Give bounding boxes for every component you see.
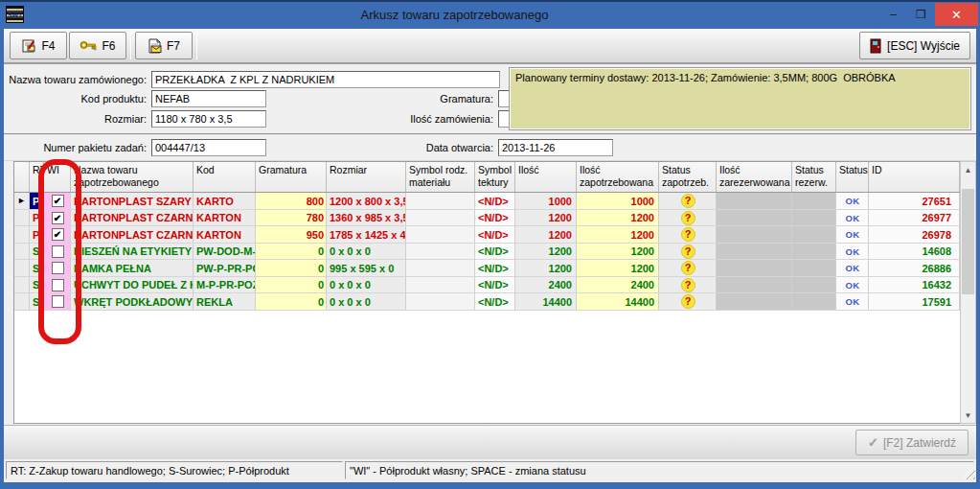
vertical-scrollbar[interactable]: ▲ ▼ (960, 161, 976, 424)
esc-exit-button[interactable]: [ESC] Wyjście (859, 32, 970, 59)
cell-ilosc-zapotrzebowana: 1200 (577, 244, 659, 260)
header-kod[interactable]: Kod (194, 162, 256, 192)
row-indicator-icon (14, 260, 30, 276)
question-status-icon: ? (681, 278, 695, 292)
cell-gramatura: 0 (256, 244, 327, 260)
table-row[interactable]: S WKRĘT PODKŁADOWY SA REKLA 0 0 x 0 x 0 … (14, 293, 960, 311)
wi-checkbox[interactable] (52, 295, 64, 308)
cell-symbol-tektury: <N/D> (475, 260, 515, 276)
cell-status-zapotrzeb: ? (659, 244, 717, 260)
cell-gramatura: 0 (256, 260, 327, 276)
cell-ilosc-zapotrzebowana: 14400 (577, 293, 659, 310)
f2-confirm-button[interactable]: ✓ [F2] Zatwierdź (855, 430, 969, 455)
minimize-button[interactable]: – (879, 4, 907, 25)
cell-nazwa: RAMKA PEŁNA (71, 260, 194, 276)
header-rozmiar[interactable]: Rozmiar (327, 162, 406, 192)
header-status[interactable]: Status (836, 162, 869, 192)
pakiet-input[interactable] (151, 139, 266, 156)
header-nazwa[interactable]: Nazwa towaru zapotrzebowanego (71, 162, 194, 192)
delivery-note: Planowany terminy dostawy: 2013-11-26; Z… (510, 68, 970, 129)
cell-symbol-rodz (406, 226, 475, 243)
cell-rozmiar: 1785 x 1425 x 4,5 (327, 226, 406, 243)
cell-ilosc-zarezerwowana (717, 193, 792, 209)
titlebar: SWT Arkusz towaru zapotrzebowanego – ❒ ✕ (0, 2, 980, 27)
question-status-icon: ? (681, 244, 695, 259)
header-gramatura[interactable]: Gramatura (256, 162, 327, 192)
table-row[interactable]: S RAMKA PEŁNA PW-P-PR-PO 0 995 x 595 x 0… (14, 260, 960, 277)
table-row[interactable]: S KIESZEŃ NA ETYKIETY A5 PW-DOD-M-P 0 0 … (14, 244, 960, 261)
f6-button[interactable]: F6 (69, 32, 126, 59)
statusbar: RT: Z-Zakup towaru handlowego; S-Surowie… (4, 460, 976, 480)
header-wi[interactable]: WI (44, 162, 71, 192)
rozmiar-input[interactable] (151, 110, 266, 128)
wi-checkbox[interactable] (52, 262, 64, 274)
cell-id: 26978 (869, 226, 960, 243)
nazwa-input[interactable] (151, 71, 500, 88)
header-rt[interactable]: RT (30, 162, 44, 192)
header-status-rezerw[interactable]: Status rezerw. (792, 162, 836, 192)
f6-label: F6 (102, 39, 115, 53)
cell-ilosc-zarezerwowana (717, 260, 792, 276)
statusbar-wi-legend: "WI" - Półprodukt własny; SPACE - zmiana… (345, 461, 974, 479)
cell-symbol-tektury: <N/D> (475, 293, 515, 310)
cell-symbol-tektury: <N/D> (475, 193, 515, 209)
wi-checkbox[interactable]: ✔ (52, 228, 64, 241)
cell-symbol-rodz (406, 244, 475, 260)
cell-rozmiar: 0 x 0 x 0 (327, 277, 406, 293)
cell-status: OK (836, 293, 869, 310)
cell-symbol-tektury: <N/D> (475, 244, 515, 260)
cell-status: OK (836, 193, 869, 209)
cell-kod: PW-DOD-M-P (194, 244, 256, 260)
cell-kod: REKLA (194, 293, 256, 310)
cell-ilosc: 2400 (515, 277, 577, 293)
header-ilosc-zapotrzebowana[interactable]: Ilość zapotrzebowana (577, 162, 659, 192)
question-status-icon: ? (681, 294, 695, 309)
cell-rt: P (30, 226, 44, 243)
scroll-up-icon[interactable]: ▲ (961, 162, 975, 177)
scroll-track[interactable] (961, 177, 975, 408)
cell-id: 17591 (869, 293, 960, 310)
cell-rt: S (30, 244, 44, 260)
header-id[interactable]: ID (869, 162, 960, 192)
cell-rozmiar: 0 x 0 x 0 (327, 244, 406, 260)
header-symbol-rodz[interactable]: Symbol rodz. materiału (406, 162, 475, 192)
cell-wi: ✔ (44, 226, 71, 243)
table-row[interactable]: P ✔ KARTONPLAST CZARNY KARTON 950 1785 x… (14, 226, 960, 244)
cell-symbol-tektury: <N/D> (475, 210, 515, 226)
wi-checkbox[interactable]: ✔ (52, 212, 64, 224)
close-button[interactable]: ✕ (935, 3, 978, 26)
header-ilosc-zarezerwowana[interactable]: Ilość zarezerwowana (717, 162, 792, 192)
f4-label: F4 (41, 39, 55, 53)
scroll-thumb[interactable] (962, 189, 974, 294)
cell-status-rezerw (792, 193, 836, 209)
cell-id: 26977 (869, 210, 960, 226)
cell-rozmiar: 995 x 595 x 0 (327, 260, 406, 276)
cell-wi (44, 277, 71, 293)
cell-rt: P (30, 193, 44, 209)
cell-kod: KARTO (194, 193, 256, 209)
table-row[interactable]: P ✔ KARTONPLAST CZARNY KARTON 780 1360 x… (14, 210, 960, 227)
cell-status-zapotrzeb: ? (659, 226, 717, 243)
cell-kod: KARTON (194, 226, 256, 243)
nazwa-label: Nazwa towaru zamówionego: (6, 74, 151, 85)
kod-produktu-input[interactable] (151, 90, 266, 107)
cell-ilosc-zapotrzebowana: 2400 (577, 277, 659, 293)
toolbar: F4 F6 F7 [ESC] Wyjście (4, 29, 976, 64)
cell-id: 16432 (869, 277, 960, 293)
cell-rt: S (30, 277, 44, 293)
header-symbol-tektury[interactable]: Symbol tektury (475, 162, 515, 192)
ilosc-zamowienia-label: Ilość zamówienia: (266, 113, 498, 125)
maximize-button[interactable]: ❒ (907, 4, 935, 25)
header-ilosc[interactable]: Ilość (515, 162, 577, 192)
wi-checkbox[interactable] (52, 279, 64, 291)
scroll-down-icon[interactable]: ▼ (961, 408, 975, 423)
table-row[interactable]: S UCHWYT DO PUDEŁ Z KL M-P-PR-POZ 0 0 x … (14, 277, 960, 294)
f4-button[interactable]: F4 (10, 32, 67, 59)
table-row[interactable]: ► P ✔ KARTONPLAST SZARY KARTO 800 1200 x… (14, 193, 960, 210)
wi-checkbox[interactable] (52, 245, 64, 258)
f7-button[interactable]: F7 (135, 32, 193, 59)
statusbar-rt-legend: RT: Z-Zakup towaru handlowego; S-Surowie… (6, 461, 343, 479)
wi-checkbox[interactable]: ✔ (52, 195, 64, 207)
header-status-zapotrzeb[interactable]: Status zapotrzeb. (659, 162, 717, 192)
data-otwarcia-input[interactable] (498, 139, 613, 156)
